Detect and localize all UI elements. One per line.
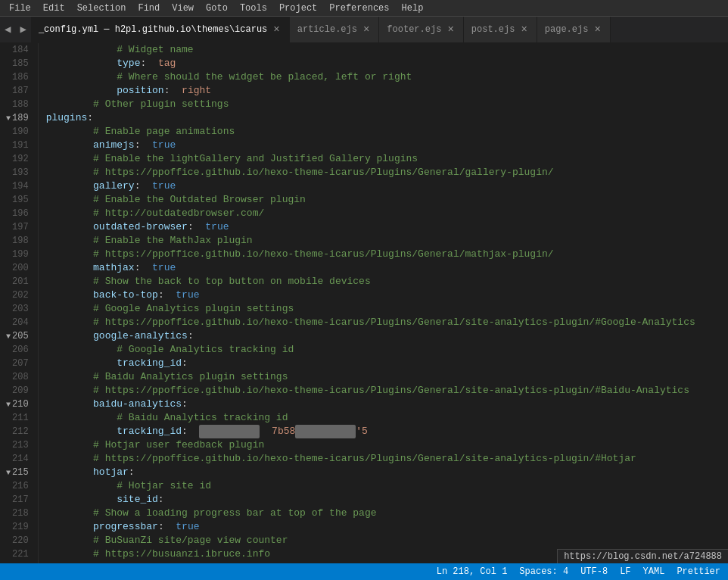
code-line: # Google Analytics tracking id [46,343,728,357]
code-line: # Enable the Outdated Browser plugin [46,193,728,207]
tab-page-ejs[interactable]: page.ejs × [537,17,611,42]
line-number: 195 [6,193,29,207]
code-line: # Enable the MathJax plugin [46,234,728,248]
line-number: 184 [6,43,29,57]
menu-item-file[interactable]: File [3,0,37,16]
line-number: 198 [6,234,29,248]
menu-item-view[interactable]: View [166,0,200,16]
line-number: 200 [6,261,29,275]
line-number: 213 [6,438,29,452]
line-number: ▼189 [6,111,29,125]
code-line: mathjax: true [46,261,728,275]
line-numbers: 184185186187188▼189190191192193194195196… [0,43,39,563]
line-number: ▼210 [6,398,29,411]
line-number: 209 [6,384,29,398]
code-line: # https://ppoffice.github.io/hexo-theme-… [46,316,728,329]
url-tooltip: https://blog.csdn.net/a724888 [557,549,728,563]
line-number: 186 [6,70,29,84]
tab-close-page[interactable]: × [593,23,602,36]
code-line: tracking_id: [46,357,728,370]
code-line: # Hotjar user feedback plugin [46,438,728,452]
line-number: 221 [6,547,29,561]
tab-close-post[interactable]: × [519,23,528,36]
menu-bar: File Edit Selection Find View Goto Tools… [0,0,728,17]
code-line: # https://ppoffice.github.io/hexo-theme-… [46,452,728,466]
tab-label-page: page.ejs [545,24,589,35]
tab-label-footer: footer.ejs [387,24,441,35]
line-number: ▼205 [6,329,29,343]
status-item[interactable]: YAML [643,566,665,577]
code-line: # Where should the widget be placed, lef… [46,70,728,84]
code-line: back-to-top: true [46,288,728,302]
line-number: 193 [6,166,29,179]
menu-item-help[interactable]: Help [396,0,430,16]
status-bar: Ln 218, Col 1Spaces: 4UTF-8LFYAMLPrettie… [0,563,728,580]
status-item[interactable]: Spaces: 4 [519,566,568,577]
line-number: 196 [6,207,29,220]
menu-item-preferences[interactable]: Preferences [323,0,395,16]
code-line: progressbar: true [46,520,728,534]
menu-item-goto[interactable]: Goto [200,0,234,16]
line-number: 194 [6,179,29,193]
menu-item-edit[interactable]: Edit [37,0,71,16]
line-number: 219 [6,520,29,534]
line-number: 220 [6,534,29,547]
code-line: # Google Analytics plugin settings [46,302,728,316]
code-line: google-analytics: [46,329,728,343]
code-line: # https://ppoffice.github.io/hexo-theme-… [46,248,728,261]
line-number: ▼215 [6,466,29,479]
code-line: # Enable page animations [46,125,728,139]
status-right: Ln 218, Col 1Spaces: 4UTF-8LFYAMLPrettie… [437,566,720,577]
line-number: 197 [6,220,29,234]
code-line: animejs: true [46,139,728,152]
code-line: # Baidu Analytics plugin settings [46,370,728,384]
line-number: 207 [6,357,29,370]
menu-item-selection[interactable]: Selection [71,0,132,16]
tab-footer-ejs[interactable]: footer.ejs × [379,17,463,42]
code-line: baidu-analytics: [46,398,728,411]
code-line: site_id: [46,493,728,507]
tab-close-footer[interactable]: × [446,23,455,36]
code-line: position: right [46,84,728,98]
status-item[interactable]: LF [620,566,630,577]
line-number: 199 [6,248,29,261]
tab-close-article[interactable]: × [362,23,371,36]
menu-item-tools[interactable]: Tools [234,0,273,16]
tab-config-yml[interactable]: _config.yml — h2pl.github.io\themes\icar… [31,17,290,42]
status-item[interactable]: UTF-8 [580,566,608,577]
line-number: 202 [6,288,29,302]
status-item[interactable]: Prettier [677,566,720,577]
line-number: 222 [6,561,29,563]
line-number: 211 [6,411,29,425]
code-line: # http://outdatedbrowser.com/ [46,207,728,220]
code-line: # Show the back to top button on mobile … [46,275,728,288]
status-item[interactable]: Ln 218, Col 1 [437,566,508,577]
code-line: # Other plugin settings [46,98,728,111]
line-number: 191 [6,139,29,152]
line-number: 216 [6,479,29,493]
line-number: 203 [6,302,29,316]
line-number: 201 [6,275,29,288]
code-line: type: tag [46,57,728,70]
menu-item-find[interactable]: Find [132,0,166,16]
line-number: 206 [6,343,29,357]
code-line: # https://ppoffice.github.io/hexo-theme-… [46,166,728,179]
code-line: # https://ppoffice.github.io/hexo-theme-… [46,384,728,398]
line-number: 212 [6,425,29,438]
menu-item-project[interactable]: Project [273,0,323,16]
line-number: 214 [6,452,29,466]
code-line: # Hotjar site id [46,479,728,493]
line-number: 217 [6,493,29,507]
tab-scroll-left[interactable]: ◀ [0,17,15,42]
line-number: 187 [6,84,29,98]
tab-close-config[interactable]: × [272,23,281,36]
tab-article-ejs[interactable]: article.ejs × [290,17,380,42]
editor-area: 184185186187188▼189190191192193194195196… [0,43,728,563]
tab-post-ejs[interactable]: post.ejs × [464,17,537,42]
code-line: # Baidu Analytics tracking id [46,411,728,425]
tab-scroll-right[interactable]: ▶ [15,17,30,42]
code-line: # Show a loading progress bar at top of … [46,507,728,520]
code-content[interactable]: # Widget name type: tag # Where should t… [39,43,728,563]
code-line: outdated-browser: true [46,220,728,234]
line-number: 188 [6,98,29,111]
